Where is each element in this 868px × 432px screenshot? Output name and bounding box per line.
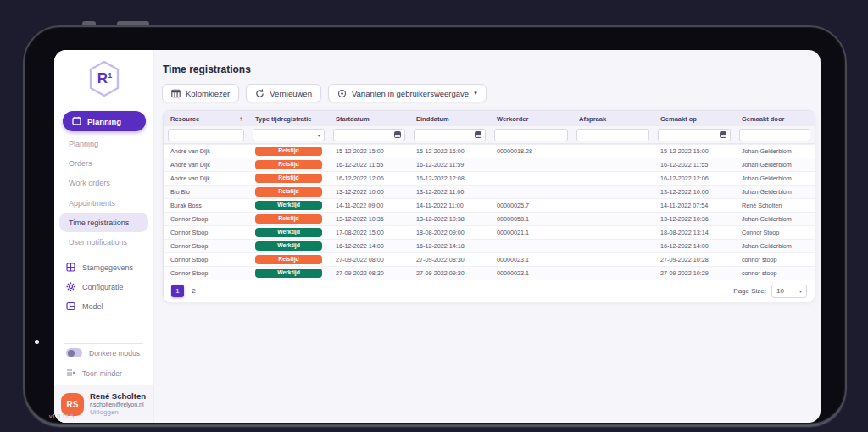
logout-link[interactable]: Uitloggen: [90, 408, 146, 417]
main-content: Time registrations KolomkiezerVernieuwen…: [154, 50, 821, 423]
sidebar-item-configuratie[interactable]: Configuratie: [54, 277, 153, 296]
table-row[interactable]: Connor StoopReistijd13-12-2022 10:3613-1…: [164, 212, 815, 225]
app-screen: R1 Planning PlanningOrdersWork ordersApp…: [54, 50, 821, 423]
dark-mode-row: Donkere modus: [66, 348, 140, 357]
column-header-gemaakt-op[interactable]: Gemaakt op: [654, 111, 735, 126]
cell-gemaakt-door: René Scholten: [735, 199, 815, 212]
cell-resource: Connor Stoop: [164, 240, 248, 252]
sidebar: R1 Planning PlanningOrdersWork ordersApp…: [54, 50, 154, 423]
cell-werkorder: 00000025.7: [490, 199, 572, 212]
filter-input-gemaakt-op[interactable]: [658, 129, 731, 141]
cell-startdatum: 17-08-2022 15:00: [329, 226, 409, 239]
column-header-label: Type tijdregistratie: [255, 115, 312, 123]
logo-superscript: 1: [108, 72, 112, 80]
cell-startdatum: 16-12-2022 12:06: [329, 172, 409, 185]
app-version: v1.0.12.5: [49, 413, 74, 419]
dark-mode-toggle[interactable]: [66, 348, 82, 357]
cell-type-tijdregistratie: Reistijd: [248, 253, 329, 266]
type-badge: Reistijd: [255, 187, 322, 197]
column-header-einddatum[interactable]: Einddatum: [409, 111, 490, 126]
column-header-werkorder[interactable]: Werkorder: [490, 111, 572, 126]
filter-cell-startdatum: [329, 126, 409, 143]
table-row[interactable]: Blo BloReistijd13-12-2022 10:0013-12-202…: [164, 185, 815, 198]
cell-type-tijdregistratie: Werktijd: [248, 240, 329, 252]
column-header-type-tijdregistratie[interactable]: Type tijdregistratie: [248, 111, 329, 126]
cell-einddatum: 16-12-2022 11:59: [409, 158, 490, 171]
cell-gemaakt-op: 15-12-2022 15:00: [654, 145, 735, 158]
filter-input-einddatum[interactable]: [414, 129, 486, 141]
type-badge: Werktijd: [255, 228, 322, 238]
varianten-in-gebruikersweergave-button[interactable]: Varianten in gebruikersweergave▾: [328, 84, 487, 102]
cell-einddatum: 13-12-2022 11:00: [409, 186, 490, 198]
cell-startdatum: 27-09-2022 08:30: [329, 267, 409, 280]
cell-werkorder: [490, 172, 572, 185]
page-button-1[interactable]: 1: [171, 285, 184, 297]
cell-afspraak: [572, 213, 654, 225]
filter-input-resource[interactable]: [168, 129, 244, 141]
sidebar-item-stamgegevens[interactable]: Stamgegevens: [54, 258, 153, 277]
table-footer: 12 Page Size: 10 ▾: [164, 280, 815, 302]
sidebar-item-user-notifications[interactable]: User notifications: [54, 232, 153, 252]
show-less-button[interactable]: Toon minder: [66, 368, 122, 379]
page-size-label: Page Size:: [733, 287, 766, 295]
sidebar-item-appointments[interactable]: Appointments: [54, 193, 153, 213]
cell-resource: Burak Boss: [164, 199, 248, 212]
table-row[interactable]: Connor StoopWerktijd27-09-2022 08:3027-0…: [164, 266, 815, 280]
kolomkiezer-button[interactable]: Kolomkiezer: [162, 84, 239, 102]
cell-type-tijdregistratie: Werktijd: [248, 267, 329, 280]
type-badge: Reistijd: [255, 147, 322, 157]
cell-afspraak: [572, 240, 654, 252]
table-row[interactable]: Andre van DijkReistijd15-12-2022 15:0015…: [164, 144, 815, 158]
table-header-row: Resource↑Type tijdregistratieStartdatumE…: [164, 111, 815, 126]
refresh-icon: [255, 89, 264, 98]
sidebar-item-orders[interactable]: Orders: [54, 153, 153, 173]
sidebar-item-work-orders[interactable]: Work orders: [54, 174, 153, 193]
cell-resource: Blo Blo: [164, 186, 248, 198]
page-size-select[interactable]: 10 ▾: [771, 285, 807, 298]
user-avatar: RS: [61, 393, 84, 416]
filter-input-werkorder[interactable]: [494, 129, 568, 141]
tablet-camera-dot: [35, 340, 39, 344]
table-row[interactable]: Connor StoopReistijd27-09-2022 08:0027-0…: [164, 252, 815, 266]
calendar-icon: [394, 131, 401, 138]
show-less-label: Toon minder: [82, 369, 122, 378]
cell-startdatum: 13-12-2022 10:36: [329, 213, 409, 225]
sidebar-item-planning[interactable]: Planning: [54, 134, 153, 153]
column-header-afspraak[interactable]: Afspraak: [572, 111, 654, 126]
table-row[interactable]: Burak BossWerktijd14-11-2022 09:0014-11-…: [164, 198, 815, 212]
sidebar-item-planning-active[interactable]: Planning: [63, 111, 146, 131]
type-badge: Werktijd: [255, 269, 322, 279]
cell-gemaakt-door: connor stoop: [735, 267, 815, 280]
cell-gemaakt-door: Johan Gelderblom: [735, 240, 815, 252]
cell-einddatum: 13-12-2022 10:38: [409, 213, 490, 225]
sidebar-item-model[interactable]: Model: [54, 296, 153, 316]
active-item-label: Planning: [87, 117, 121, 126]
sidebar-item-time-registrations[interactable]: Time registrations: [59, 213, 148, 232]
calendar-icon: [475, 131, 481, 138]
column-header-startdatum[interactable]: Startdatum: [329, 111, 409, 126]
vernieuwen-button[interactable]: Vernieuwen: [246, 84, 321, 102]
cell-gemaakt-door: Connor Stoop: [735, 226, 815, 239]
page-button-2[interactable]: 2: [187, 285, 200, 297]
table-filter-row: ▾: [164, 126, 815, 144]
cell-gemaakt-op: 27-09-2022 10:28: [654, 253, 735, 266]
table-row[interactable]: Connor StoopWerktijd16-12-2022 14:0016-1…: [164, 239, 815, 252]
table-row[interactable]: Connor StoopWerktijd17-08-2022 15:0018-0…: [164, 225, 815, 239]
button-label: Vernieuwen: [270, 89, 312, 98]
filter-input-startdatum[interactable]: [333, 129, 405, 141]
filter-input-type-tijdregistratie[interactable]: ▾: [253, 129, 325, 141]
column-header-gemaakt-door[interactable]: Gemaakt door: [735, 111, 815, 126]
column-header-label: Afspraak: [579, 115, 606, 123]
cell-resource: Connor Stoop: [164, 213, 248, 225]
cell-gemaakt-op: 16-12-2022 12:06: [654, 172, 735, 185]
column-header-resource[interactable]: Resource↑: [164, 111, 248, 126]
filter-input-afspraak[interactable]: [576, 129, 649, 141]
cell-type-tijdregistratie: Reistijd: [248, 172, 329, 185]
filter-input-gemaakt-door[interactable]: [739, 129, 810, 141]
cell-startdatum: 14-11-2022 09:00: [329, 199, 409, 212]
filter-cell-gemaakt-door: [735, 126, 815, 143]
table-row[interactable]: Andre van DijkReistijd16-12-2022 11:5516…: [164, 158, 815, 171]
cell-startdatum: 15-12-2022 15:00: [329, 145, 409, 158]
table-row[interactable]: Andre van DijkReistijd16-12-2022 12:0616…: [164, 171, 815, 185]
column-header-label: Einddatum: [416, 115, 449, 123]
